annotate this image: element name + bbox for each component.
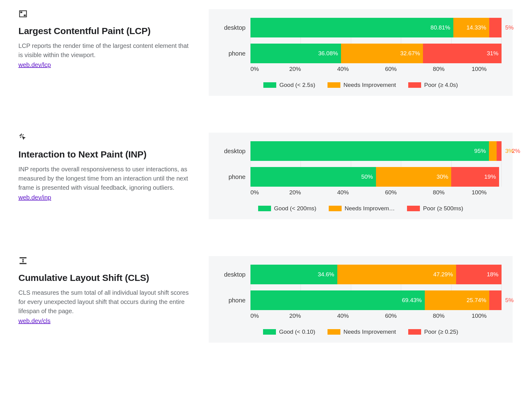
y-axis-label: phone xyxy=(220,44,250,63)
metric-section-cls: Cumulative Layout Shift (CLS) CLS measur… xyxy=(18,256,513,343)
bar-segment-poor xyxy=(497,141,502,161)
legend-swatch-poor xyxy=(408,82,421,88)
legend-swatch-poor xyxy=(408,329,421,335)
x-tick: 60% xyxy=(385,66,397,74)
bar-segment-good: 69.43% xyxy=(250,290,425,310)
bar-segment-poor: 19% xyxy=(451,167,499,187)
bar-segment-need: 30% xyxy=(376,167,451,187)
metric-title: Interaction to Next Paint (INP) xyxy=(18,149,190,160)
legend-label: Needs Improvem… xyxy=(345,205,395,212)
metric-desc: CLS measures the sum total of all indivi… xyxy=(18,288,190,316)
metric-section-lcp: Largest Contentful Paint (LCP) LCP repor… xyxy=(18,9,513,96)
x-tick: 0% xyxy=(250,189,259,198)
bar-row-desktop: 34.6% 47.29% 18% xyxy=(250,265,502,284)
metric-section-inp: Interaction to Next Paint (INP) INP repo… xyxy=(18,133,513,219)
bar-row-phone: 36.08% 32.67% 31% xyxy=(250,44,502,63)
legend-item-good: Good (< 200ms) xyxy=(258,205,316,212)
bar-segment-need: 32.67% xyxy=(341,44,423,63)
bar-row-desktop: 80.81% 14.33% 5% xyxy=(250,18,502,37)
x-tick: 20% xyxy=(289,313,301,321)
bar-segment-need: 14.33% xyxy=(453,18,489,37)
bar-value-label: 95% xyxy=(474,148,486,154)
chart-panel-lcp: desktop phone 80.81% 14.33% 5% xyxy=(209,9,513,96)
bar-segment-poor: 31% xyxy=(423,44,502,63)
metric-desc: LCP reports the render time of the large… xyxy=(18,41,190,60)
x-axis: 0% 20% 40% 60% 80% 100% xyxy=(250,189,502,198)
bar-segment-need: 25.74% xyxy=(425,290,490,310)
legend-swatch-good xyxy=(263,82,276,88)
metric-info: Cumulative Layout Shift (CLS) CLS measur… xyxy=(18,256,190,343)
metric-title: Largest Contentful Paint (LCP) xyxy=(18,26,190,36)
x-tick: 0% xyxy=(250,66,259,74)
x-axis: 0% 20% 40% 60% 80% 100% xyxy=(250,313,502,321)
bar-value-label: 2% xyxy=(512,148,520,154)
bar-segment-need: 47.29% xyxy=(337,265,456,284)
x-tick: 40% xyxy=(337,66,349,74)
aspect-ratio-icon xyxy=(18,9,28,18)
bar-segment-poor xyxy=(489,290,502,310)
bar-value-label: 80.81% xyxy=(431,24,450,31)
legend-label: Good (< 2.5s) xyxy=(279,82,315,88)
legend: Good (< 200ms) Needs Improvem… Poor (≥ 5… xyxy=(220,205,502,212)
x-tick: 20% xyxy=(289,66,301,74)
legend-swatch-good xyxy=(258,206,271,211)
y-axis-label: desktop xyxy=(220,141,250,161)
bar-segment-good: 95% xyxy=(250,141,489,161)
y-axis-label: phone xyxy=(220,167,250,187)
legend: Good (< 2.5s) Needs Improvement Poor (≥ … xyxy=(220,82,502,88)
legend-swatch-need xyxy=(328,82,340,88)
x-tick: 100% xyxy=(472,313,487,321)
bar-segment-good: 50% xyxy=(250,167,376,187)
metric-title: Cumulative Layout Shift (CLS) xyxy=(18,273,190,283)
plot-area: 34.6% 47.29% 18% 69.43% 25.74% 5% xyxy=(250,265,502,310)
legend-item-poor: Poor (≥ 0.25) xyxy=(408,329,458,335)
bar-value-label: 50% xyxy=(361,173,373,180)
legend-label: Good (< 200ms) xyxy=(274,205,316,212)
legend-item-need: Needs Improvement xyxy=(328,82,396,88)
metric-link-lcp[interactable]: web.dev/lcp xyxy=(18,61,51,68)
metric-info: Largest Contentful Paint (LCP) LCP repor… xyxy=(18,9,190,96)
metric-link-cls[interactable]: web.dev/cls xyxy=(18,317,51,324)
bar-row-desktop: 95% 3%2% xyxy=(250,141,502,161)
legend-label: Poor (≥ 0.25) xyxy=(424,329,458,335)
x-tick: 20% xyxy=(289,189,301,198)
legend-label: Good (< 0.10) xyxy=(279,329,315,335)
x-tick: 40% xyxy=(337,313,349,321)
bar-row-phone: 69.43% 25.74% 5% xyxy=(250,290,502,310)
svg-rect-4 xyxy=(20,263,27,264)
y-axis-label: desktop xyxy=(220,18,250,37)
bar-value-label: 34.6% xyxy=(318,271,334,278)
bar-segment-need xyxy=(489,141,497,161)
metric-link-inp[interactable]: web.dev/inp xyxy=(18,194,51,201)
x-tick: 100% xyxy=(472,189,487,198)
bar-segment-good: 36.08% xyxy=(250,44,341,63)
x-axis: 0% 20% 40% 60% 80% 100% xyxy=(250,66,502,74)
x-tick: 80% xyxy=(433,66,444,74)
legend-item-need: Needs Improvement xyxy=(328,329,396,335)
bar-value-labels-outside: 3%2% xyxy=(505,148,520,154)
x-tick: 60% xyxy=(385,313,397,321)
legend-item-poor: Poor (≥ 500ms) xyxy=(407,205,463,212)
metric-info: Interaction to Next Paint (INP) INP repo… xyxy=(18,133,190,219)
x-tick: 60% xyxy=(385,189,397,198)
bar-value-label-outside: 5% xyxy=(505,24,514,31)
svg-rect-1 xyxy=(20,12,22,13)
bar-value-label: 32.67% xyxy=(400,50,420,57)
bar-segment-poor xyxy=(489,18,502,37)
legend-item-good: Good (< 2.5s) xyxy=(263,82,315,88)
y-axis-label: phone xyxy=(220,290,250,310)
legend-label: Needs Improvement xyxy=(343,82,396,88)
bar-value-label-outside: 5% xyxy=(505,297,514,304)
bar-value-label: 47.29% xyxy=(433,271,453,278)
bar-value-label: 31% xyxy=(487,50,498,57)
legend-label: Poor (≥ 500ms) xyxy=(423,205,463,212)
bar-value-label: 25.74% xyxy=(467,297,486,304)
legend-swatch-good xyxy=(263,329,276,335)
cursor-click-icon xyxy=(18,133,28,142)
svg-rect-2 xyxy=(24,15,26,16)
bar-row-phone: 50% 30% 19% xyxy=(250,167,502,187)
legend-item-good: Good (< 0.10) xyxy=(263,329,315,335)
plot-area: 80.81% 14.33% 5% 36.08% 32.67% 31% xyxy=(250,18,502,63)
bar-value-label: 30% xyxy=(436,173,448,180)
bar-value-label: 14.33% xyxy=(467,24,486,31)
